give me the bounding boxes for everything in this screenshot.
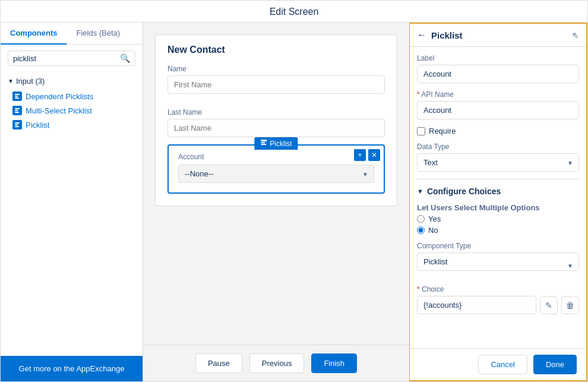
section-divider — [417, 179, 579, 179]
delete-choice-button[interactable]: 🗑 — [561, 296, 579, 314]
picklist-select-wrapper: --None-- — [178, 165, 374, 183]
svg-rect-3 — [15, 108, 20, 109]
done-button[interactable]: Done — [533, 355, 577, 374]
group-label: Input (3) — [16, 77, 45, 86]
edit-icon: ✎ — [545, 301, 552, 310]
data-type-label: Data Type — [417, 143, 579, 151]
choice-row: ✎ 🗑 — [417, 296, 579, 314]
right-panel-title-area: ← Picklist — [417, 30, 463, 40]
svg-rect-2 — [15, 97, 19, 99]
form-title: New Contact — [167, 45, 385, 55]
svg-rect-9 — [261, 140, 267, 141]
search-container: 🔍 — [1, 45, 143, 72]
label-field-label: Label — [417, 54, 579, 62]
component-icon — [12, 120, 22, 130]
form-card: New Contact Name Last Name — [155, 34, 397, 206]
svg-rect-10 — [261, 142, 265, 143]
svg-rect-0 — [15, 94, 20, 95]
edit-choice-button[interactable]: ✎ — [540, 296, 558, 314]
add-picklist-button[interactable]: + — [354, 149, 366, 161]
back-button[interactable]: ← — [417, 30, 426, 40]
multiple-options-label: Let Users Select Multiple Options — [417, 203, 579, 212]
require-checkbox[interactable] — [417, 127, 425, 135]
configure-choices-label: Configure Choices — [427, 187, 501, 196]
right-panel-body: Label API Name Require Data Type — [410, 47, 586, 348]
middle-panel: New Contact Name Last Name — [143, 23, 409, 381]
component-type-label: Component Type — [417, 242, 579, 250]
component-type-field-group: Component Type Picklist Multi-Select Pic… — [417, 242, 579, 278]
left-panel: Components Fields (Beta) 🔍 ▼ Input (3) — [1, 23, 143, 381]
right-panel: ← Picklist ⇖ Label API Name — [409, 23, 587, 381]
require-label: Require — [429, 127, 456, 135]
first-name-input[interactable] — [167, 75, 385, 94]
expand-button[interactable]: ⇖ — [572, 30, 579, 40]
label-input[interactable] — [417, 65, 579, 83]
picklist-drop-zone: Picklist + ✕ Account --None-- — [167, 144, 385, 194]
require-checkbox-row: Require — [417, 127, 579, 135]
component-label: Picklist — [26, 121, 49, 130]
api-name-input[interactable] — [417, 101, 579, 119]
svg-rect-11 — [261, 144, 266, 145]
first-name-field — [167, 75, 385, 94]
previous-button[interactable]: Previous — [249, 353, 305, 373]
svg-rect-1 — [15, 96, 18, 97]
form-canvas: New Contact Name Last Name — [143, 23, 409, 345]
choice-field-group: Choice ✎ 🗑 — [417, 285, 579, 314]
svg-rect-4 — [15, 110, 18, 111]
choice-input[interactable] — [417, 296, 536, 314]
multiple-options-radio-group: Yes No — [417, 214, 579, 235]
appexchange-button[interactable]: Get more on the AppExchange — [1, 356, 143, 381]
configure-choices-section[interactable]: ▼ Configure Choices — [417, 187, 579, 196]
chevron-down-icon: ▼ — [8, 78, 14, 84]
component-label: Dependent Picklists — [26, 92, 93, 101]
cancel-button[interactable]: Cancel — [478, 355, 527, 374]
last-name-label: Last Name — [167, 108, 385, 116]
last-name-field: Last Name — [167, 108, 385, 137]
delete-picklist-button[interactable]: ✕ — [368, 149, 380, 161]
name-field-group: Name — [167, 65, 385, 101]
data-type-select-wrapper: Text Number Currency Date DateTime Boole… — [417, 153, 579, 172]
right-panel-title: Picklist — [431, 30, 463, 40]
tab-components[interactable]: Components — [1, 23, 67, 45]
picklist-zone-actions: + ✕ — [354, 149, 380, 161]
api-name-field-label: API Name — [417, 90, 579, 99]
modal-footer: Cancel Done — [410, 348, 586, 380]
svg-rect-5 — [15, 112, 19, 113]
component-icon — [12, 106, 22, 115]
svg-rect-8 — [15, 126, 19, 127]
account-select[interactable]: --None-- — [178, 165, 374, 183]
component-label: Multi-Select Picklist — [26, 106, 92, 115]
api-name-field-group: API Name — [417, 90, 579, 119]
list-item[interactable]: Picklist — [8, 118, 135, 132]
component-type-select[interactable]: Picklist Multi-Select Picklist — [417, 252, 579, 271]
picklist-badge: Picklist — [254, 137, 298, 150]
no-radio[interactable] — [417, 226, 425, 234]
finish-button[interactable]: Finish — [311, 353, 357, 373]
component-group: ▼ Input (3) Dependent Picklists Multi-Se… — [1, 72, 143, 137]
group-header[interactable]: ▼ Input (3) — [8, 77, 135, 86]
last-name-input[interactable] — [167, 119, 385, 137]
component-type-select-wrapper: Picklist Multi-Select Picklist — [417, 252, 579, 278]
tab-fields[interactable]: Fields (Beta) — [67, 23, 129, 45]
pause-button[interactable]: Pause — [195, 353, 242, 373]
left-tabs: Components Fields (Beta) — [1, 23, 143, 45]
page-title: Edit Screen — [1, 1, 587, 23]
svg-rect-6 — [15, 122, 20, 124]
choice-label: Choice — [417, 285, 579, 293]
list-item[interactable]: Multi-Select Picklist — [8, 103, 135, 118]
search-icon: 🔍 — [120, 53, 130, 63]
search-icon-button[interactable]: 🔍 — [120, 53, 130, 63]
list-item[interactable]: Dependent Picklists — [8, 89, 135, 103]
search-input[interactable] — [13, 54, 120, 63]
component-icon — [12, 91, 22, 101]
data-type-select[interactable]: Text Number Currency Date DateTime Boole… — [417, 153, 579, 172]
label-field-group: Label — [417, 54, 579, 83]
name-fields-row — [167, 75, 385, 101]
yes-radio[interactable] — [417, 215, 425, 223]
chevron-down-icon: ▼ — [417, 188, 423, 195]
right-panel-header: ← Picklist ⇖ — [410, 24, 586, 47]
search-wrapper: 🔍 — [8, 50, 135, 66]
picklist-icon — [260, 139, 267, 148]
multiple-options-group: Let Users Select Multiple Options Yes No — [417, 203, 579, 235]
picklist-zone-inner: Account --None-- — [169, 146, 384, 192]
